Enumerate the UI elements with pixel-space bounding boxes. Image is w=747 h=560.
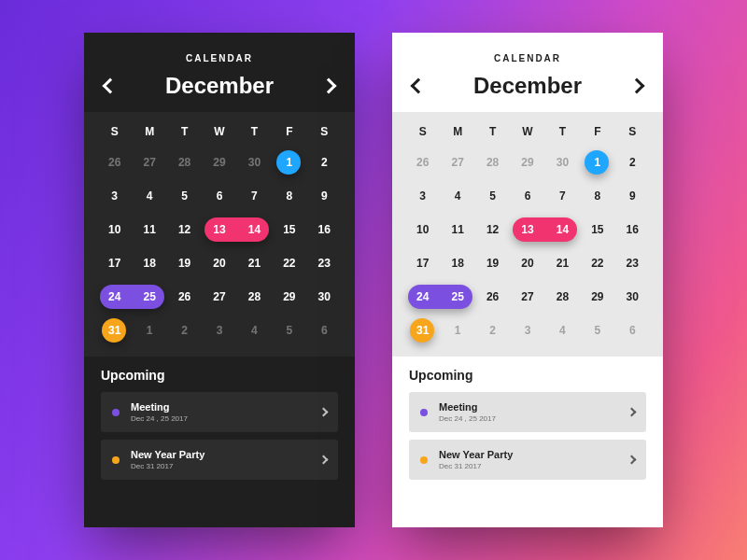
day-cell[interactable]: 8 [580,179,614,213]
day-cell[interactable]: 26 [97,146,132,179]
weekday-label: T [237,125,272,138]
day-cell[interactable]: 18 [440,246,474,280]
day-cell[interactable]: 11 [132,213,166,246]
day-cell[interactable]: 27 [440,146,474,179]
day-cell[interactable]: 27 [132,146,166,179]
day-cell[interactable]: 9 [615,179,650,213]
day-cell[interactable]: 29 [510,146,544,179]
day-cell[interactable]: 5 [272,314,306,347]
day-cell[interactable]: 22 [272,246,306,280]
day-cell[interactable]: 6 [510,179,544,213]
day-cell[interactable]: 3 [405,179,440,213]
day-cell[interactable]: 9 [307,179,342,213]
day-cell[interactable]: 28 [545,280,580,314]
day-cell[interactable]: 12 [167,213,202,246]
day-cell[interactable]: 3 [97,179,132,213]
week-row: 17181920212223 [97,246,342,280]
day-cell[interactable]: 23 [307,246,342,280]
day-cell[interactable]: 16 [615,213,650,246]
day-cell[interactable]: 1 [440,314,474,347]
day-cell[interactable]: 13 [202,213,236,246]
day-cell[interactable]: 23 [615,246,650,280]
day-cell[interactable]: 14 [545,213,580,246]
day-cell[interactable]: 28 [167,146,202,179]
day-cell[interactable]: 19 [167,246,202,280]
day-cell[interactable]: 5 [475,179,510,213]
day-cell[interactable]: 18 [132,246,166,280]
day-cell[interactable]: 30 [307,280,342,314]
day-cell[interactable]: 4 [132,179,166,213]
day-cell[interactable]: 5 [167,179,202,213]
day-cell[interactable]: 5 [580,314,614,347]
day-cell[interactable]: 27 [510,280,544,314]
weekday-label: W [510,125,544,138]
day-cell[interactable]: 1 [132,314,166,347]
day-cell[interactable]: 25 [440,280,474,314]
day-cell[interactable]: 6 [202,179,236,213]
day-cell[interactable]: 11 [440,213,474,246]
day-cell[interactable]: 31 [405,314,440,347]
day-cell[interactable]: 21 [545,246,580,280]
day-cell[interactable]: 4 [237,314,272,347]
day-cell[interactable]: 10 [97,213,132,246]
day-cell[interactable]: 21 [237,246,272,280]
day-cell[interactable]: 31 [97,314,132,347]
day-cell[interactable]: 7 [237,179,272,213]
day-cell[interactable]: 17 [97,246,132,280]
day-cell[interactable]: 26 [475,280,510,314]
week-row: 262728293012 [405,146,650,179]
day-cell[interactable]: 24 [97,280,132,314]
next-month-button[interactable] [321,78,337,94]
day-cell[interactable]: 2 [475,314,510,347]
week-row: 24252627282930 [97,280,342,314]
month-row: December [84,63,355,112]
day-cell[interactable]: 24 [405,280,440,314]
day-cell[interactable]: 4 [545,314,580,347]
prev-month-button[interactable] [103,78,119,94]
day-cell[interactable]: 16 [307,213,342,246]
day-cell[interactable]: 14 [237,213,272,246]
day-cell[interactable]: 2 [167,314,202,347]
day-cell[interactable]: 15 [272,213,306,246]
day-cell[interactable]: 6 [615,314,650,347]
event-text: MeetingDec 24 , 25 2017 [439,401,628,423]
day-cell[interactable]: 28 [475,146,510,179]
day-cell[interactable]: 4 [440,179,474,213]
prev-month-button[interactable] [411,78,427,94]
day-cell[interactable]: 10 [405,213,440,246]
day-cell[interactable]: 19 [475,246,510,280]
weekday-label: T [475,125,510,138]
day-cell[interactable]: 1 [580,146,614,179]
next-month-button[interactable] [629,78,645,94]
day-cell[interactable]: 22 [580,246,614,280]
day-cell[interactable]: 12 [475,213,510,246]
day-cell[interactable]: 1 [272,146,306,179]
day-cell[interactable]: 27 [202,280,236,314]
day-cell[interactable]: 29 [202,146,236,179]
event-item[interactable]: MeetingDec 24 , 25 2017 [101,392,338,432]
day-cell[interactable]: 6 [307,314,342,347]
day-cell[interactable]: 3 [510,314,544,347]
day-cell[interactable]: 8 [272,179,306,213]
day-cell[interactable]: 26 [167,280,202,314]
day-cell[interactable]: 7 [545,179,580,213]
day-cell[interactable]: 30 [545,146,580,179]
day-cell[interactable]: 30 [237,146,272,179]
event-item[interactable]: New Year PartyDec 31 2017 [409,440,646,480]
day-cell[interactable]: 28 [237,280,272,314]
event-item[interactable]: New Year PartyDec 31 2017 [101,440,338,480]
day-cell[interactable]: 25 [132,280,166,314]
day-cell[interactable]: 30 [615,280,650,314]
day-cell[interactable]: 29 [580,280,614,314]
day-cell[interactable]: 13 [510,213,544,246]
event-item[interactable]: MeetingDec 24 , 25 2017 [409,392,646,432]
day-cell[interactable]: 2 [307,146,342,179]
day-cell[interactable]: 20 [510,246,544,280]
day-cell[interactable]: 29 [272,280,306,314]
day-cell[interactable]: 15 [580,213,614,246]
day-cell[interactable]: 20 [202,246,236,280]
day-cell[interactable]: 26 [405,146,440,179]
day-cell[interactable]: 3 [202,314,236,347]
day-cell[interactable]: 17 [405,246,440,280]
day-cell[interactable]: 2 [615,146,650,179]
